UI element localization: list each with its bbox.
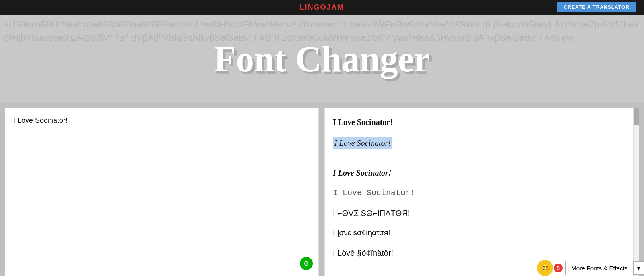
input-panel: I Love Socinator! G xyxy=(5,108,319,276)
input-textarea[interactable]: I Love Socinator! xyxy=(5,108,318,276)
output-flipped: I ⌐ΘVΣ SΘ⌐IΠΛTΘЯ! xyxy=(333,208,631,219)
notification-badge: 5 xyxy=(554,264,563,272)
panel-divider xyxy=(319,103,324,276)
logo: LINGOJAM xyxy=(299,3,344,12)
output-bold-italic: I Love Socinator! xyxy=(333,167,631,178)
logo-accent: JAM xyxy=(326,3,344,11)
output-mono: I Love Socinator! xyxy=(333,187,631,199)
more-fonts-dropdown-arrow[interactable]: ▼ xyxy=(634,261,644,275)
more-fonts-effects-button[interactable]: More Fonts & Effects xyxy=(565,261,634,275)
main-content: I Love Socinator! G I Love Socinator! I … xyxy=(0,103,644,276)
logo-text: LINGO xyxy=(299,3,326,11)
bottom-bar: 😊 5 More Fonts & Effects ▼ xyxy=(537,260,644,276)
hero-section: ᵟuЈБ⊕ωuBθÜᵛᴴ⊕ɵʱv⊙ɵ8330ΘDhɵ920F®ɵ⊙⊙⊙f ʰwI… xyxy=(0,15,644,103)
create-translator-button[interactable]: CREATE A TRANSLATOR xyxy=(557,2,636,12)
grammarly-icon[interactable]: G xyxy=(300,257,313,270)
scrollbar-thumb[interactable] xyxy=(634,108,639,125)
scrollbar[interactable] xyxy=(633,108,639,276)
emoji-icon[interactable]: 😊 xyxy=(537,260,553,276)
output-italic-selected-wrapper: I Love Socinator! xyxy=(333,137,631,158)
output-italic-selected: I Love Socinator! xyxy=(333,137,392,149)
top-navigation: LINGOJAM CREATE A TRANSLATOR xyxy=(0,0,644,15)
hero-title: Font Changer xyxy=(214,38,430,80)
output-fancy1: ı ɭσνε sσ¢ιηατσя! xyxy=(333,228,631,239)
output-fancy2: Ì Lövê §ö¢ïnätör! xyxy=(333,247,631,259)
output-panel[interactable]: I Love Socinator! I Love Socinator! I Lo… xyxy=(324,108,639,276)
output-bold-serif: I Love Socinator! xyxy=(333,116,631,128)
